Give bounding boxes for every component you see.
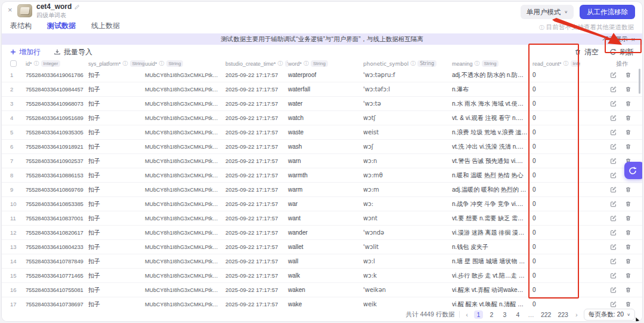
cell-bstudio_create_time: 2025-09-22 17:17:57 — [225, 115, 288, 121]
cell-uuid: MUbCY8h1I8hG3xCMKLPtkAao5fEPj3zf5Aj… — [145, 244, 225, 250]
cell-word: waterproof — [288, 72, 363, 78]
clear-button[interactable]: 清空 — [574, 47, 599, 57]
delete-row-button[interactable] — [625, 201, 631, 207]
row-number: 17 — [10, 301, 26, 307]
delete-row-button[interactable] — [625, 129, 631, 136]
table-row: 167552840336410755081扣子MUbCY8h1I8hG3xCMK… — [2, 283, 642, 297]
table-book-icon — [17, 4, 32, 17]
cell-word: warm — [288, 186, 363, 193]
prev-page-button[interactable]: ‹ — [465, 311, 469, 318]
cell-bstudio_create_time: 2025-09-22 17:17:57 — [225, 301, 288, 307]
column-header-read_count: read_count*ⓘInteger — [532, 60, 580, 67]
edit-row-button[interactable] — [610, 201, 617, 207]
cell-sys_platform: 扣子 — [88, 100, 145, 108]
cell-bstudio_create_time: 2025-09-22 17:17:57 — [225, 172, 288, 179]
cell-sys_platform: 扣子 — [88, 200, 145, 208]
edit-row-button[interactable] — [610, 115, 617, 121]
table-row: 17552840336419061786扣子MUbCY8h1I8hG3xCMKL… — [2, 68, 642, 82]
delete-row-button[interactable] — [625, 115, 631, 121]
edit-row-button[interactable] — [610, 100, 617, 107]
page-2[interactable]: 2 — [487, 310, 496, 319]
cell-bstudio_create_time: 2025-09-22 17:17:57 — [225, 215, 288, 222]
table-body: 17552840336419061786扣子MUbCY8h1I8hG3xCMKL… — [2, 68, 642, 312]
edit-row-button[interactable] — [610, 72, 617, 78]
next-page-button[interactable]: › — [574, 311, 579, 318]
edit-row-button[interactable] — [610, 86, 617, 93]
cell-word: water — [288, 100, 363, 107]
edit-row-button[interactable] — [610, 158, 617, 164]
cell-read_count: 0 — [532, 100, 580, 107]
cell-bstudio_create_time: 2025-09-22 17:17:57 — [225, 143, 288, 150]
close-icon[interactable]: × — [631, 36, 635, 43]
edit-row-button[interactable] — [610, 244, 617, 250]
edit-row-button[interactable] — [610, 129, 617, 136]
cell-uuid: MUbCY8h1I8hG3xCMKLPtkAao5fEPj3zf5Aj… — [145, 173, 225, 179]
assistant-button[interactable] — [624, 162, 643, 179]
type-badge: String — [166, 60, 184, 67]
select-all-checkbox[interactable] — [10, 60, 17, 67]
edit-row-button[interactable] — [610, 215, 617, 222]
delete-row-button[interactable] — [625, 301, 631, 307]
edit-row-button[interactable] — [610, 287, 617, 293]
page-title: cet4_word — [36, 3, 72, 11]
cell-bstudio_create_time: 2025-09-22 17:17:57 — [225, 129, 288, 136]
cell-uuid: MUbCY8h1I8hG3xCMKLPtkAao5fEPj3zf5Aj… — [145, 130, 225, 136]
page-4[interactable]: 4 — [513, 310, 522, 319]
page-size-select[interactable]: 每页条数: 20 ∨ — [584, 309, 635, 321]
row-number: 4 — [10, 115, 26, 121]
cell-meaning: n.瀑布 — [452, 85, 532, 94]
close-icon[interactable]: × — [8, 5, 13, 14]
banner-dismiss-button[interactable]: 不再展示 × — [603, 35, 635, 44]
cell-word: wander — [288, 229, 363, 236]
cell-meaning: n.墙 壁 围墙 城墙 墙状物 vt.用墙围住 用墙隔… — [452, 257, 532, 266]
add-row-button[interactable]: 增加行 — [10, 47, 41, 57]
delete-row-button[interactable] — [625, 258, 631, 264]
edit-row-button[interactable] — [610, 229, 617, 236]
title-block: cet4_word 四级单词表 — [36, 3, 80, 19]
delete-row-button[interactable] — [625, 272, 631, 279]
delete-row-button[interactable] — [625, 143, 631, 150]
cell-word: warn — [288, 158, 363, 164]
table-row: 157552840336410771465扣子MUbCY8h1I8hG3xCMK… — [2, 269, 642, 283]
cell-sys_platform: 扣子 — [88, 143, 145, 151]
cell-meaning: n.浪费 垃圾 荒地 v.浪费 滥用 消耗 adj.浪费的… — [452, 128, 532, 137]
cell-bstudio_create_time: 2025-09-22 17:17:57 — [225, 229, 288, 236]
page-1[interactable]: 1 — [474, 310, 483, 319]
edit-row-button[interactable] — [610, 172, 617, 179]
vertical-scrollbar[interactable] — [639, 69, 640, 94]
remove-from-workflow-button[interactable]: 从工作流移除 — [580, 5, 635, 19]
edit-row-button[interactable] — [610, 272, 617, 279]
single-user-mode-button[interactable]: 单用户模式 ∨ — [521, 5, 574, 19]
delete-row-button[interactable] — [625, 186, 631, 193]
cell-phonetic_symbol: 'wɔ:təfɔ:l — [363, 86, 452, 93]
cell-meaning: vt.洗 冲出 vi.洗澡 洗清 n.洗 洗涤 (美国西部)… — [452, 143, 532, 151]
delete-row-button[interactable] — [625, 100, 631, 107]
edit-row-button[interactable] — [610, 258, 617, 264]
delete-row-button[interactable] — [625, 229, 631, 236]
page-223[interactable]: 223 — [556, 310, 569, 319]
cell-meaning: vi.醒来 vt.弄醒 动词wake的过去分词 — [452, 286, 532, 294]
cell-read_count: 0 — [532, 158, 580, 164]
column-header-word: word*ⓘString — [288, 60, 363, 67]
delete-row-button[interactable] — [625, 215, 631, 222]
delete-row-button[interactable] — [625, 86, 631, 93]
row-actions — [580, 186, 642, 193]
edit-row-button[interactable] — [610, 186, 617, 193]
cell-meaning: vi.步行 散步 走 vt.陪…走 走过 使行走 n.散步 … — [452, 272, 532, 280]
cell-id: 7552840336410804233 — [26, 244, 88, 250]
page-222[interactable]: 222 — [540, 310, 553, 319]
delete-row-button[interactable] — [625, 244, 631, 250]
row-number: 10 — [10, 201, 26, 207]
table-row: 147552840336410787849扣子MUbCY8h1I8hG3xCMK… — [2, 254, 642, 269]
page-3[interactable]: 3 — [500, 310, 509, 319]
delete-row-button[interactable] — [625, 287, 631, 293]
edit-row-button[interactable] — [610, 143, 617, 150]
refresh-icon — [609, 48, 617, 56]
row-number: 11 — [10, 215, 26, 222]
cell-id: 7552840336410902537 — [26, 158, 88, 164]
refresh-button[interactable]: 刷新 — [609, 47, 634, 57]
rename-icon[interactable] — [74, 4, 80, 10]
bulk-import-button[interactable]: 批量导入 — [54, 47, 92, 57]
delete-row-button[interactable] — [625, 72, 631, 78]
edit-row-button[interactable] — [610, 301, 617, 307]
